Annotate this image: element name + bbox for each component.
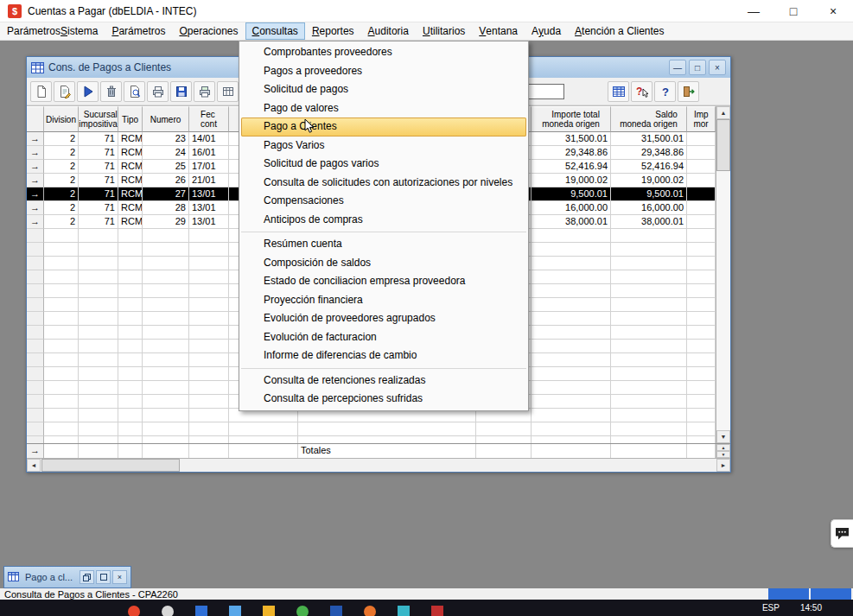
menu-item-estado-de-conciliacion-empresa-proveedora[interactable]: Estado de conciliacion empresa proveedor… bbox=[241, 272, 526, 291]
menubar-item-auditoria[interactable]: Auditoria bbox=[361, 22, 416, 40]
taskbar-app-icon[interactable] bbox=[162, 606, 174, 616]
hscroll-thumb[interactable] bbox=[41, 459, 180, 472]
taskbar-app-icon[interactable] bbox=[263, 606, 275, 616]
menu-item-consulta-de-percepciones-sufridas[interactable]: Consulta de percepciones sufridas bbox=[241, 390, 526, 409]
export-grid-button[interactable] bbox=[217, 81, 239, 102]
close-button[interactable]: × bbox=[813, 0, 853, 22]
totals-spinner[interactable]: ▲ ▼ bbox=[716, 444, 730, 458]
menu-item-consulta-de-solicitudes-con-autorizaciones-por-niveles[interactable]: Consulta de solicitudes con autorizacion… bbox=[241, 174, 526, 193]
menubar-item-reportes[interactable]: Reportes bbox=[305, 22, 361, 40]
menu-item-solicitud-de-pagos-varios[interactable]: Solicitud de pagos varios bbox=[241, 155, 526, 174]
menubar-item-ventana[interactable]: Ventana bbox=[472, 22, 525, 40]
menu-item-evolucion-de-facturacion[interactable]: Evolución de facturacion bbox=[241, 328, 526, 347]
taskbar-app-icon[interactable] bbox=[195, 606, 207, 616]
menu-item-comprobantes-proveedores[interactable]: Comprobantes proveedores bbox=[241, 43, 526, 62]
menu-item-consulta-de-retenciones-realizadas[interactable]: Consulta de retenciones realizadas bbox=[241, 372, 526, 391]
cell-fecha bbox=[189, 353, 229, 367]
run-query-button[interactable] bbox=[77, 81, 99, 102]
cell-importe bbox=[532, 243, 611, 257]
cell-importe: 9,500.01 bbox=[532, 187, 611, 201]
cell-sp1 bbox=[229, 444, 298, 458]
menubar-item-utilitarios[interactable]: Utilitarios bbox=[416, 22, 472, 40]
menubar-item-ayuda[interactable]: Ayuda bbox=[525, 22, 568, 40]
scroll-right-button[interactable]: ► bbox=[716, 459, 730, 472]
edit-record-button[interactable] bbox=[54, 81, 75, 102]
new-record-button[interactable] bbox=[30, 81, 52, 102]
cell-marker bbox=[27, 229, 44, 243]
menubar-item-consultas[interactable]: Consultas bbox=[245, 22, 305, 40]
menu-item-anticipos-de-compras[interactable]: Anticipos de compras bbox=[241, 211, 526, 230]
language-indicator[interactable]: ESP bbox=[762, 603, 780, 613]
child-maximize-button[interactable]: □ bbox=[689, 60, 706, 75]
scroll-left-button[interactable]: ◄ bbox=[27, 459, 41, 472]
preview-button[interactable] bbox=[124, 81, 145, 102]
menubar-item-atencion-a-clientes[interactable]: Atención a Clientes bbox=[568, 22, 671, 40]
delete-record-button[interactable] bbox=[100, 81, 122, 102]
menu-item-informe-de-diferencias-de-cambio[interactable]: Informe de diferencias de cambio bbox=[241, 346, 526, 365]
print-grid-button[interactable] bbox=[194, 81, 215, 102]
menu-item-solicitud-de-pagos[interactable]: Solicitud de pagos bbox=[241, 80, 526, 99]
horizontal-scrollbar[interactable]: ◄ ► bbox=[27, 458, 730, 472]
cell-importe bbox=[532, 312, 611, 326]
print-button[interactable] bbox=[147, 81, 169, 102]
save-button[interactable] bbox=[170, 81, 192, 102]
cell-imp2 bbox=[687, 381, 716, 395]
child-minimize-button[interactable]: — bbox=[669, 60, 686, 75]
taskbar-app-icon[interactable] bbox=[364, 606, 376, 616]
totals-bar: →Totales ▲ ▼ bbox=[27, 443, 730, 458]
menu-item-resumen-cuenta[interactable]: Resúmen cuenta bbox=[241, 235, 526, 254]
hscroll-track[interactable] bbox=[181, 459, 716, 472]
child-close-button[interactable]: × bbox=[709, 60, 726, 75]
cell-imp2 bbox=[687, 187, 716, 201]
scroll-up-button[interactable]: ▲ bbox=[716, 106, 730, 119]
menubar-item-parametros-sistema[interactable]: Parámetros Sistema bbox=[0, 22, 105, 40]
exit-button[interactable] bbox=[678, 81, 699, 102]
menu-item-pago-a-clientes[interactable]: Pago a Clientes bbox=[241, 117, 526, 137]
menubar-item-operaciones[interactable]: Operaciones bbox=[172, 22, 245, 40]
grid-row-empty[interactable] bbox=[27, 436, 716, 443]
menu-item-pagos-varios[interactable]: Pagos Varios bbox=[241, 137, 526, 156]
spin-up-icon[interactable]: ▲ bbox=[716, 444, 730, 451]
menu-item-pagos-a-proveedores[interactable]: Pagos a proveedores bbox=[241, 62, 526, 81]
menu-item-composicion-de-saldos[interactable]: Composición de saldos bbox=[241, 254, 526, 273]
cell-fecha bbox=[189, 395, 229, 409]
vscroll-thumb[interactable] bbox=[716, 119, 730, 171]
grid-row-empty[interactable] bbox=[27, 422, 716, 436]
taskbar: ESP 14:50 bbox=[0, 600, 853, 616]
cell-imp2 bbox=[687, 146, 716, 160]
vertical-scrollbar[interactable]: ▲ ▼ bbox=[716, 106, 730, 443]
menu-item-evolucion-de-proveedores-agrupados[interactable]: Evolución de proveedores agrupados bbox=[241, 309, 526, 328]
cell-tipo bbox=[118, 409, 143, 422]
statusbar-segment bbox=[768, 588, 809, 600]
menu-item-compensaciones[interactable]: Compensaciones bbox=[241, 192, 526, 211]
menu-item-proyeccion-financiera[interactable]: Proyección financiera bbox=[241, 291, 526, 310]
cell-tipo: RCM bbox=[118, 215, 143, 229]
taskbar-app-icon[interactable] bbox=[229, 606, 241, 616]
taskbar-app-icon[interactable] bbox=[431, 606, 443, 616]
cell-importe bbox=[532, 229, 611, 243]
menubar-item-parametros[interactable]: Parámetros bbox=[105, 22, 172, 40]
close-icon[interactable]: × bbox=[112, 570, 127, 584]
menu-item-pago-de-valores[interactable]: Pago de valores bbox=[241, 99, 526, 118]
taskbar-app-icon[interactable] bbox=[296, 606, 309, 616]
chat-widget[interactable] bbox=[831, 519, 853, 548]
taskbar-app-icon[interactable] bbox=[330, 606, 342, 616]
help-button[interactable]: ? bbox=[654, 81, 676, 102]
cell-marker bbox=[27, 284, 44, 298]
spin-down-icon[interactable]: ▼ bbox=[716, 451, 730, 458]
maximize-icon[interactable] bbox=[96, 570, 111, 584]
minimized-window-pago[interactable]: Pago a cl... × bbox=[3, 566, 131, 588]
help-pointer-button[interactable]: ? bbox=[631, 81, 652, 102]
help-pointer-icon: ? bbox=[635, 85, 649, 98]
scroll-down-button[interactable]: ▼ bbox=[716, 430, 730, 443]
cell-fecha: 17/01 bbox=[189, 160, 229, 174]
cell-sucursal: 71 bbox=[79, 146, 118, 160]
grid-view-button[interactable] bbox=[608, 81, 629, 102]
maximize-button[interactable]: □ bbox=[773, 0, 813, 22]
minimize-button[interactable]: — bbox=[734, 0, 773, 22]
restore-icon[interactable] bbox=[80, 570, 94, 584]
taskbar-app-icon[interactable] bbox=[128, 606, 140, 616]
clock[interactable]: 14:50 bbox=[800, 603, 822, 613]
vscroll-track[interactable] bbox=[716, 119, 730, 430]
taskbar-app-icon[interactable] bbox=[398, 606, 410, 616]
